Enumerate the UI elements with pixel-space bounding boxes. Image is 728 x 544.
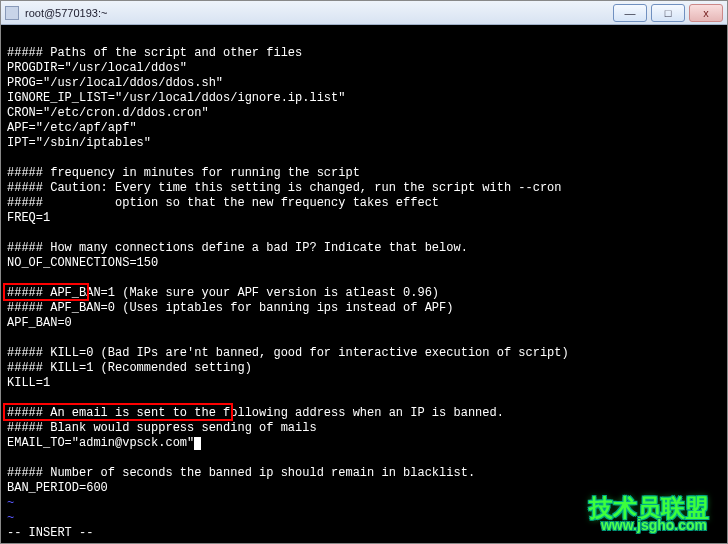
titlebar[interactable]: root@5770193:~ — □ x [1,1,727,25]
config-line: PROG="/usr/local/ddos/ddos.sh" [7,76,223,90]
window-title: root@5770193:~ [25,7,613,19]
watermark-url: www.jsgho.com [601,518,707,533]
config-line: ##### Number of seconds the banned ip sh… [7,466,475,480]
config-line: FREQ=1 [7,211,50,225]
config-line: EMAIL_TO="admin@vpsck.com" [7,436,194,450]
minimize-button[interactable]: — [613,4,647,22]
close-button[interactable]: x [689,4,723,22]
config-line: KILL=1 [7,376,50,390]
window-controls: — □ x [613,4,723,22]
config-line: ##### KILL=1 (Recommended setting) [7,361,252,375]
config-line: ##### APF_BAN=0 (Uses iptables for banni… [7,301,453,315]
config-line: ##### Paths of the script and other file… [7,46,302,60]
config-line: ##### option so that the new frequency t… [7,196,439,210]
config-line: BAN_PERIOD=600 [7,481,108,495]
config-line: IGNORE_IP_LIST="/usr/local/ddos/ignore.i… [7,91,345,105]
config-line: ##### KILL=0 (Bad IPs are'nt banned, goo… [7,346,569,360]
config-line: ##### An email is sent to the following … [7,406,504,420]
vim-tilde: ~ [7,511,14,525]
terminal-viewport[interactable]: ##### Paths of the script and other file… [1,25,727,543]
config-line: ##### APF_BAN=1 (Make sure your APF vers… [7,286,439,300]
config-line: ##### How many connections define a bad … [7,241,468,255]
config-line: IPT="/sbin/iptables" [7,136,151,150]
vim-tilde: ~ [7,496,14,510]
vim-status-line: -- INSERT -- [7,526,93,540]
config-line: APF="/etc/apf/apf" [7,121,137,135]
config-line: NO_OF_CONNECTIONS=150 [7,256,158,270]
text-cursor [194,437,201,450]
config-line: ##### frequency in minutes for running t… [7,166,360,180]
config-line: ##### Blank would suppress sending of ma… [7,421,317,435]
app-icon [5,6,19,20]
config-line: PROGDIR="/usr/local/ddos" [7,61,187,75]
application-window: root@5770193:~ — □ x ##### Paths of the … [0,0,728,544]
config-line: ##### Caution: Every time this setting i… [7,181,562,195]
maximize-button[interactable]: □ [651,4,685,22]
config-line: CRON="/etc/cron.d/ddos.cron" [7,106,209,120]
watermark-text: 技术员联盟 [589,500,709,515]
config-line: APF_BAN=0 [7,316,72,330]
